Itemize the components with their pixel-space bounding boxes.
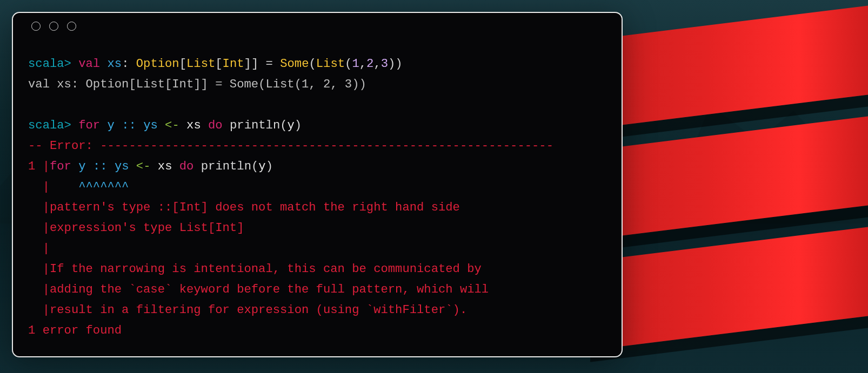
window-minimize-icon[interactable] <box>49 22 58 31</box>
scala-logo-icon <box>587 16 868 362</box>
window-maximize-icon[interactable] <box>67 22 76 31</box>
error-bar: | <box>43 303 50 317</box>
bracket: [ <box>179 57 186 71</box>
comma: , <box>373 57 380 71</box>
error-msg-line: adding the `case` keyword before the ful… <box>50 283 489 296</box>
left-arrow: <- <box>165 119 179 132</box>
literal-2: 2 <box>366 57 373 71</box>
bracket: ] <box>244 57 251 71</box>
error-msg-line: expression's type List[Int] <box>50 221 244 235</box>
cons-operator: :: <box>93 160 108 173</box>
error-msg-line: result in a filtering for expression (us… <box>50 303 467 317</box>
ident-xs: xs <box>186 119 201 132</box>
ident-ys: ys <box>115 160 129 173</box>
ident-y: y <box>108 119 115 132</box>
error-bar: | <box>43 160 50 173</box>
ctor-some: Some <box>280 57 309 71</box>
error-bar: | <box>43 242 50 255</box>
paren: ) <box>295 119 302 132</box>
paren: ( <box>280 119 287 132</box>
error-header-prefix: -- Error: <box>28 139 100 153</box>
ident-xs: xs <box>158 160 172 173</box>
literal-3: 3 <box>381 57 388 71</box>
type-option: Option <box>136 57 179 71</box>
ident-ys: ys <box>143 119 158 132</box>
keyword-for: for <box>78 119 100 132</box>
ctor-list: List <box>316 57 345 71</box>
keyword-val: val <box>78 57 100 71</box>
cons-operator: :: <box>122 119 136 132</box>
error-msg-line: pattern's type ::[Int] does not match th… <box>50 201 460 214</box>
error-caret: ^^^^^^^ <box>78 180 129 194</box>
error-bar: | <box>43 201 50 214</box>
error-footer: 1 error found <box>28 324 122 337</box>
error-bar: | <box>43 262 50 276</box>
colon: : <box>122 57 129 71</box>
error-bar: | <box>43 221 50 235</box>
ident-xs: xs <box>108 57 122 71</box>
keyword-do: do <box>208 119 223 132</box>
paren: ( <box>251 160 258 173</box>
window-titlebar <box>13 13 622 39</box>
paren: ) <box>388 57 395 71</box>
error-header-dashes: ----------------------------------------… <box>100 139 553 153</box>
ident-y: y <box>78 160 85 173</box>
left-arrow: <- <box>136 160 151 173</box>
paren: ) <box>266 160 273 173</box>
error-msg-line: If the narrowing is intentional, this ca… <box>50 262 482 276</box>
fn-println: println <box>201 160 251 173</box>
type-list: List <box>186 57 215 71</box>
repl-result-line: val xs: Option[List[Int]] = Some(List(1,… <box>28 78 366 91</box>
fn-println: println <box>230 119 280 132</box>
keyword-do: do <box>179 160 194 173</box>
repl-prompt: scala> <box>28 119 71 132</box>
caret-indent <box>50 180 78 194</box>
repl-prompt: scala> <box>28 57 71 71</box>
paren: ( <box>309 57 316 71</box>
literal-1: 1 <box>352 57 359 71</box>
comma: , <box>359 57 366 71</box>
bracket: [ <box>215 57 222 71</box>
paren: ( <box>345 57 352 71</box>
error-bar: | <box>43 283 50 296</box>
keyword-for: for <box>50 160 71 173</box>
paren: ) <box>395 57 402 71</box>
equals: = <box>266 57 273 71</box>
type-int: Int <box>223 57 244 71</box>
terminal-output[interactable]: scala> val xs: Option[List[Int]] = Some(… <box>13 39 622 356</box>
window-close-icon[interactable] <box>31 22 41 31</box>
arg-y: y <box>288 119 295 132</box>
error-lineno: 1 <box>28 160 35 173</box>
arg-y: y <box>258 160 265 173</box>
terminal-window: scala> val xs: Option[List[Int]] = Some(… <box>12 12 623 357</box>
bracket: ] <box>251 57 258 71</box>
error-bar: | <box>43 180 50 194</box>
